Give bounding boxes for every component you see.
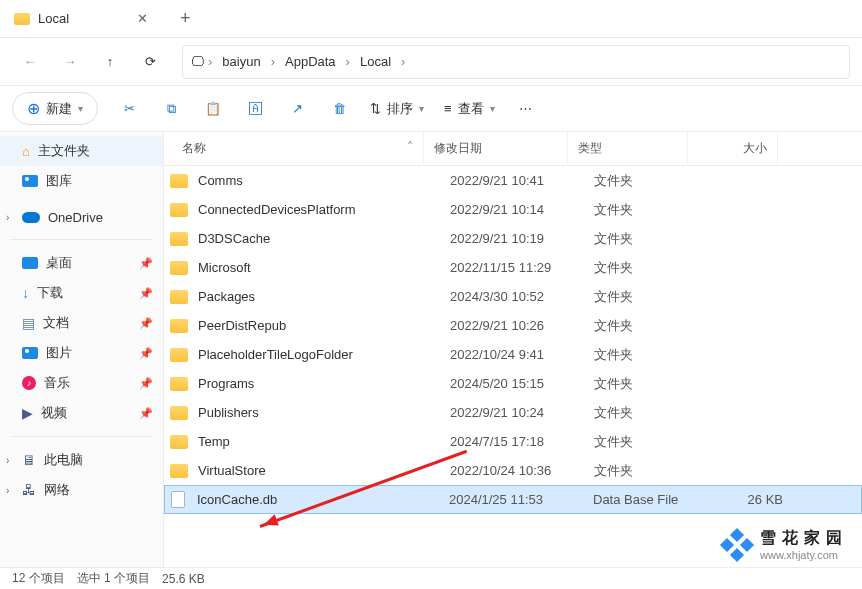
file-name: Temp xyxy=(198,434,450,449)
file-date: 2024/3/30 10:52 xyxy=(450,289,594,304)
status-size: 25.6 KB xyxy=(162,572,205,586)
tab-close-icon[interactable]: ✕ xyxy=(137,11,148,26)
chevron-right-icon[interactable]: › xyxy=(6,455,9,466)
share-icon[interactable]: ↗ xyxy=(286,98,308,120)
file-row[interactable]: PeerDistRepub2022/9/21 10:26文件夹 xyxy=(164,311,862,340)
file-row[interactable]: PlaceholderTileLogoFolder2022/10/24 9:41… xyxy=(164,340,862,369)
chevron-right-icon[interactable]: › xyxy=(6,485,9,496)
folder-icon xyxy=(14,13,30,25)
file-row[interactable]: Programs2024/5/20 15:15文件夹 xyxy=(164,369,862,398)
sort-button[interactable]: ⇅ 排序 ▾ xyxy=(370,100,424,118)
status-selected: 选中 1 个项目 xyxy=(77,570,150,587)
sidebar-item-thispc[interactable]: › 🖥 此电脑 xyxy=(0,445,163,475)
forward-button[interactable]: → xyxy=(52,44,88,80)
back-button[interactable]: ← xyxy=(12,44,48,80)
document-icon: ▤ xyxy=(22,315,35,331)
up-button[interactable]: ↑ xyxy=(92,44,128,80)
pin-icon[interactable]: 📌 xyxy=(139,407,153,420)
breadcrumb[interactable]: 🖵 › baiyun › AppData › Local › xyxy=(182,45,850,79)
file-type: 文件夹 xyxy=(594,433,714,451)
file-date: 2022/9/21 10:41 xyxy=(450,173,594,188)
file-row[interactable]: Packages2024/3/30 10:52文件夹 xyxy=(164,282,862,311)
file-name: PlaceholderTileLogoFolder xyxy=(198,347,450,362)
file-row[interactable]: Publishers2022/9/21 10:24文件夹 xyxy=(164,398,862,427)
navbar: ← → ↑ ⟳ 🖵 › baiyun › AppData › Local › xyxy=(0,38,862,86)
column-date[interactable]: 修改日期 xyxy=(424,132,568,165)
file-type: 文件夹 xyxy=(594,230,714,248)
folder-icon xyxy=(170,435,188,449)
file-type: 文件夹 xyxy=(594,375,714,393)
file-date: 2022/9/21 10:14 xyxy=(450,202,594,217)
column-name[interactable]: 名称˄ xyxy=(164,132,424,165)
sidebar-item-network[interactable]: › 🖧 网络 xyxy=(0,475,163,505)
sidebar-item-downloads[interactable]: ↓ 下载 📌 xyxy=(0,278,163,308)
file-row[interactable]: D3DSCache2022/9/21 10:19文件夹 xyxy=(164,224,862,253)
video-icon: ▶ xyxy=(22,405,33,421)
pin-icon[interactable]: 📌 xyxy=(139,377,153,390)
pin-icon[interactable]: 📌 xyxy=(139,317,153,330)
home-icon: ⌂ xyxy=(22,144,30,159)
cut-icon[interactable]: ✂ xyxy=(118,98,140,120)
sidebar-item-onedrive[interactable]: › OneDrive xyxy=(0,204,163,231)
file-row[interactable]: IconCache.db2024/1/25 11:53Data Base Fil… xyxy=(164,485,862,514)
pin-icon[interactable]: 📌 xyxy=(139,287,153,300)
file-row[interactable]: Comms2022/9/21 10:41文件夹 xyxy=(164,166,862,195)
tab-title: Local xyxy=(38,11,69,26)
sidebar-item-desktop[interactable]: 桌面 📌 xyxy=(0,248,163,278)
breadcrumb-item[interactable]: baiyun xyxy=(216,50,266,73)
file-icon xyxy=(171,491,185,508)
pictures-icon xyxy=(22,347,38,359)
sidebar-item-videos[interactable]: ▶ 视频 📌 xyxy=(0,398,163,428)
toolbar: ⊕ 新建 ▾ ✂ ⧉ 📋 🄰 ↗ 🗑 ⇅ 排序 ▾ ≡ 查看 ▾ ⋯ xyxy=(0,86,862,132)
file-row[interactable]: VirtualStore2022/10/24 10:36文件夹 xyxy=(164,456,862,485)
more-icon[interactable]: ⋯ xyxy=(515,98,537,120)
sidebar-item-gallery[interactable]: 图库 xyxy=(0,166,163,196)
tab-current[interactable]: Local ✕ xyxy=(0,0,162,37)
sidebar-item-home[interactable]: ⌂ 主文件夹 xyxy=(0,136,163,166)
refresh-button[interactable]: ⟳ xyxy=(132,44,168,80)
copy-icon[interactable]: ⧉ xyxy=(160,98,182,120)
file-date: 2022/10/24 10:36 xyxy=(450,463,594,478)
chevron-right-icon[interactable]: › xyxy=(6,212,9,223)
chevron-right-icon: › xyxy=(271,54,275,69)
folder-icon xyxy=(170,377,188,391)
titlebar: Local ✕ + xyxy=(0,0,862,38)
rename-icon[interactable]: 🄰 xyxy=(244,98,266,120)
view-button[interactable]: ≡ 查看 ▾ xyxy=(444,100,495,118)
sidebar-item-documents[interactable]: ▤ 文档 📌 xyxy=(0,308,163,338)
new-tab-button[interactable]: + xyxy=(180,8,191,29)
download-icon: ↓ xyxy=(22,285,29,301)
file-date: 2024/5/20 15:15 xyxy=(450,376,594,391)
file-date: 2022/11/15 11:29 xyxy=(450,260,594,275)
file-row[interactable]: Microsoft2022/11/15 11:29文件夹 xyxy=(164,253,862,282)
pin-icon[interactable]: 📌 xyxy=(139,257,153,270)
onedrive-icon xyxy=(22,212,40,223)
file-name: IconCache.db xyxy=(197,492,449,507)
breadcrumb-item[interactable]: AppData xyxy=(279,50,342,73)
sidebar-item-pictures[interactable]: 图片 📌 xyxy=(0,338,163,368)
folder-icon xyxy=(170,464,188,478)
file-date: 2022/9/21 10:24 xyxy=(450,405,594,420)
chevron-right-icon: › xyxy=(208,54,212,69)
sidebar-item-music[interactable]: ♪ 音乐 📌 xyxy=(0,368,163,398)
column-size[interactable]: 大小 xyxy=(688,132,778,165)
file-size: 26 KB xyxy=(713,492,803,507)
breadcrumb-item[interactable]: Local xyxy=(354,50,397,73)
file-row[interactable]: Temp2024/7/15 17:18文件夹 xyxy=(164,427,862,456)
new-button[interactable]: ⊕ 新建 ▾ xyxy=(12,92,98,125)
file-name: PeerDistRepub xyxy=(198,318,450,333)
chevron-right-icon: › xyxy=(346,54,350,69)
pin-icon[interactable]: 📌 xyxy=(139,347,153,360)
folder-icon xyxy=(170,406,188,420)
pc-icon: 🖥 xyxy=(22,452,36,468)
paste-icon[interactable]: 📋 xyxy=(202,98,224,120)
statusbar: 12 个项目 选中 1 个项目 25.6 KB xyxy=(0,567,862,589)
monitor-icon[interactable]: 🖵 xyxy=(191,54,204,69)
file-row[interactable]: ConnectedDevicesPlatform2022/9/21 10:14文… xyxy=(164,195,862,224)
file-name: Packages xyxy=(198,289,450,304)
column-type[interactable]: 类型 xyxy=(568,132,688,165)
file-type: 文件夹 xyxy=(594,462,714,480)
status-count: 12 个项目 xyxy=(12,570,65,587)
delete-icon[interactable]: 🗑 xyxy=(328,98,350,120)
chevron-right-icon: › xyxy=(401,54,405,69)
